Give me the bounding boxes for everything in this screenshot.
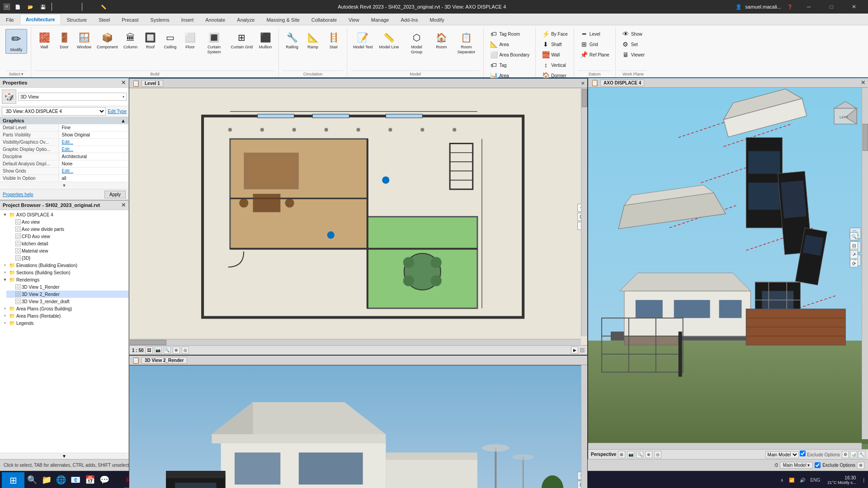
tree-item-area-rentable[interactable]: + 📁 Area Plans (Rentable) (0, 312, 128, 319)
qa-print[interactable]: 🖨 (86, 2, 96, 12)
tab-view[interactable]: View (343, 14, 365, 25)
tree-item-3d[interactable]: □ {3D} (6, 254, 128, 262)
browser-content[interactable]: ▼ 📁 AXO DISPLACE 4 □ Axo view □ Axo view… (0, 210, 128, 453)
tab-addins[interactable]: Add-Ins (395, 14, 424, 25)
ribbon-item-tag-room[interactable]: 🏷 Tag Room (487, 29, 522, 39)
prop-value-parts-vis[interactable]: Show Original (59, 131, 128, 139)
tray-up-arrow[interactable]: ∧ (778, 477, 785, 483)
axo-btn1[interactable]: ⊞ (618, 451, 625, 458)
tab-precast[interactable]: Precast (116, 14, 144, 25)
axo-btn2[interactable]: 📷 (627, 451, 634, 458)
tray-clock[interactable]: 16:30 21°C Mostly s... (824, 474, 859, 486)
tab-insert[interactable]: Insert (175, 14, 200, 25)
tree-item-axo-view[interactable]: □ Axo view (6, 218, 128, 225)
edit-type-btn[interactable]: Edit Type (108, 109, 127, 114)
prop-scroll-down[interactable]: ▼ (0, 182, 128, 189)
status-exclude-checkbox[interactable] (815, 462, 821, 468)
axo-btn5[interactable]: ◎ (654, 451, 661, 458)
tab-modify[interactable]: Modify (424, 14, 450, 25)
ribbon-item-tag[interactable]: 🏷 Tag (487, 60, 509, 70)
view-dropdown[interactable]: 3D View: AXO DISPLACE 4 (2, 107, 106, 116)
browser-close-btn[interactable]: ✕ (121, 202, 126, 208)
ribbon-item-roof[interactable]: 🔲 Roof (141, 29, 160, 51)
close-btn[interactable]: ✕ (844, 0, 864, 14)
axo-model-dropdown[interactable]: Main Model (765, 451, 799, 458)
fp-btn2[interactable]: 📷 (155, 347, 162, 354)
qa-redo[interactable]: ↪ (68, 2, 78, 12)
ribbon-item-viewer[interactable]: 🖥 Viewer (619, 50, 647, 60)
prop-value-vis-graphics[interactable]: Edit... (59, 139, 128, 146)
ribbon-item-ceiling[interactable]: ▭ Ceiling (161, 29, 180, 51)
ribbon-item-room-separator[interactable]: 📋 Room Separator (453, 29, 480, 56)
apply-button[interactable]: Apply (104, 191, 126, 198)
floor-plan-close[interactable]: ✕ (581, 81, 585, 86)
qa-save[interactable]: 💾 (38, 2, 48, 12)
ribbon-item-railing[interactable]: 🔧 Railing (283, 29, 302, 51)
taskbar-chrome[interactable]: 🌐 (54, 472, 68, 488)
tree-item-renderings[interactable]: ▼ 📁 Renderings (0, 276, 128, 283)
tab-collaborate[interactable]: Collaborate (306, 14, 343, 25)
tree-item-sections[interactable]: + 📁 Sections (Building Section) (0, 269, 128, 276)
fp-scrollbar-h[interactable] (129, 339, 581, 345)
prop-value-show-grids[interactable]: Edit... (59, 168, 128, 175)
tab-steel[interactable]: Steel (93, 14, 116, 25)
taskbar-word[interactable]: W (112, 472, 123, 488)
tray-lang[interactable]: ENG (809, 477, 822, 483)
ribbon-item-model-text[interactable]: 📝 Model Text (351, 29, 375, 51)
tray-network[interactable]: 📶 (787, 477, 796, 483)
tab-systems[interactable]: Systems (145, 14, 175, 25)
taskbar-search[interactable]: 🔍 (25, 472, 39, 488)
ribbon-item-mullion[interactable]: ⬛ Mullion (256, 29, 275, 51)
rv-scrollbar-v[interactable] (581, 365, 587, 488)
tree-item-render3[interactable]: □ 3D View 3_render_draft (6, 298, 128, 305)
ribbon-item-floor[interactable]: ⬜ Floor (181, 29, 200, 51)
browser-scroll-down[interactable]: ▼ (0, 453, 128, 459)
prop-value-analysis-display[interactable]: None (59, 160, 128, 168)
ribbon-item-column[interactable]: 🏛 Column (121, 29, 140, 51)
tab-analyze[interactable]: Analyze (231, 14, 260, 25)
prop-value-graphic-display[interactable]: Edit... (59, 146, 128, 153)
ribbon-item-curtain-system[interactable]: 🔳 Curtain System (201, 29, 228, 56)
tab-massing[interactable]: Massing & Site (260, 14, 305, 25)
ribbon-item-vertical[interactable]: ↕ Vertical (539, 60, 568, 70)
status-settings[interactable]: ⚙ (857, 462, 864, 469)
ribbon-item-wall[interactable]: 🧱 Wall (35, 29, 54, 51)
axo-orbit[interactable]: ⟳ (850, 259, 858, 267)
axo-exclude-checkbox[interactable] (800, 450, 806, 456)
ribbon-item-door[interactable]: 🚪 Door (55, 29, 74, 51)
ribbon-item-by-face[interactable]: ⚡ By Face (539, 29, 570, 39)
ribbon-item-area[interactable]: 📐 Area (487, 39, 511, 49)
axo-btn3[interactable]: 🔍 (636, 451, 643, 458)
help-btn[interactable]: ❓ (785, 2, 795, 12)
fp-scrollbar-v[interactable] (581, 88, 587, 336)
qa-open[interactable]: 📂 (25, 2, 35, 12)
axo-settings3[interactable]: 🔧 (858, 451, 865, 458)
axo-scrollbar-v[interactable] (862, 88, 868, 439)
ribbon-item-show[interactable]: 👁 Show (619, 29, 645, 39)
ribbon-item-shaft[interactable]: ⬇ Shaft (539, 39, 564, 49)
ribbon-item-room[interactable]: 🏠 Room (432, 29, 451, 51)
fp-btn4[interactable]: ⊕ (173, 347, 180, 354)
status-model-btn[interactable]: Main Model ▾ (780, 462, 813, 469)
tree-item-kitchen[interactable]: □ kitchen detail (6, 240, 128, 247)
ribbon-item-component[interactable]: 📦 Component (94, 29, 120, 51)
ribbon-item-stair[interactable]: 🪜 Stair (324, 29, 343, 51)
maximize-btn[interactable]: □ (821, 0, 842, 14)
tab-structure[interactable]: Structure (61, 14, 93, 25)
graphics-section[interactable]: Graphics ▲ (0, 117, 128, 124)
render-tab[interactable]: 3D View 2_Render (142, 357, 187, 364)
tree-item-area-gross[interactable]: + 📁 Area Plans (Gross Building) (0, 305, 128, 312)
axo-close[interactable]: ✕ (861, 80, 865, 86)
tray-sound[interactable]: 🔊 (798, 477, 807, 483)
axo-scrollbar-h[interactable] (588, 443, 862, 449)
qa-measure[interactable]: 📏 (99, 2, 108, 12)
ribbon-item-area-boundary[interactable]: ⬜ Area Boundary (487, 50, 532, 60)
ribbon-item-window[interactable]: 🪟 Window (75, 29, 94, 51)
properties-help-link[interactable]: Properties help (3, 192, 33, 197)
axo-search[interactable]: 🔍 (850, 232, 858, 240)
ribbon-item-ramp[interactable]: 📐 Ramp (303, 29, 322, 51)
ribbon-item-ref-plane[interactable]: 📌 Ref Plane (578, 50, 612, 60)
ribbon-item-grid[interactable]: ⊞ Grid (578, 39, 600, 49)
tab-file[interactable]: File (0, 14, 20, 25)
axo-btn4[interactable]: ⊕ (645, 451, 652, 458)
